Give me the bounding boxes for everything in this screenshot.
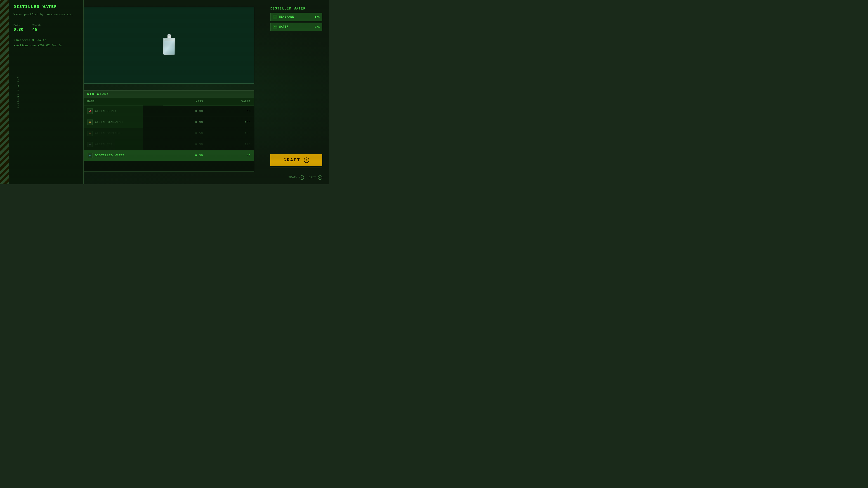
directory-panel: DIRECTORY NAME MASS VALUE 🥩ALIEN JERKY0.… bbox=[84, 90, 254, 172]
item-icon: 🥩 bbox=[87, 108, 93, 114]
track-label: TRACK bbox=[288, 176, 298, 179]
item-preview bbox=[84, 7, 254, 84]
col-mass: MASS bbox=[163, 98, 206, 106]
item-mass: 0.30 bbox=[163, 150, 206, 161]
col-name: NAME bbox=[84, 98, 143, 106]
item-icon: 🥪 bbox=[87, 120, 93, 125]
exit-key: B bbox=[318, 175, 322, 180]
item-mass: 0.30 bbox=[163, 117, 206, 128]
svg-rect-1 bbox=[168, 34, 170, 36]
item-value: 185 bbox=[206, 128, 254, 139]
table-row[interactable]: 💧DISTILLED WATER0.3045 bbox=[84, 150, 254, 161]
track-key: X bbox=[300, 175, 304, 180]
stats-row: MASS 0.30 VALUE 45 bbox=[13, 24, 79, 32]
table-row[interactable]: 🥚ALIEN SCRAMBLE0.50185 bbox=[84, 128, 254, 139]
track-button[interactable]: TRACK X bbox=[288, 175, 304, 180]
effect-2: Actions use -20% O2 for 3m bbox=[13, 44, 79, 47]
item-name: ALIEN JERKY bbox=[95, 109, 117, 113]
hazard-bar bbox=[0, 0, 9, 184]
value-stat: VALUE 45 bbox=[32, 24, 41, 32]
item-icon: 💧 bbox=[87, 153, 93, 158]
item-value: 50 bbox=[206, 106, 254, 117]
mass-value: 0.30 bbox=[13, 27, 23, 32]
ingredient-row-0: ▪▪ MEMBRANE 1/1 bbox=[270, 13, 322, 21]
value-label: VALUE bbox=[32, 24, 41, 26]
item-name: ALIEN TEA bbox=[95, 143, 113, 146]
exit-label: EXIT bbox=[309, 176, 316, 179]
value-value: 45 bbox=[32, 27, 41, 32]
ingredient-name-1: WATER bbox=[279, 25, 315, 29]
item-mass: 0.50 bbox=[163, 128, 206, 139]
ingredient-count-0: 1/1 bbox=[315, 15, 320, 19]
item-value: 45 bbox=[206, 150, 254, 161]
item-preview-image bbox=[161, 34, 177, 57]
item-icon: 🥚 bbox=[87, 131, 93, 136]
item-name: DISTILLED WATER bbox=[95, 154, 125, 157]
item-value: 105 bbox=[206, 139, 254, 150]
right-panel: DISTILLED WATER ▪▪ MEMBRANE 1/1 H₂O WATE… bbox=[270, 7, 322, 33]
item-value: 155 bbox=[206, 117, 254, 128]
mass-stat: MASS 0.30 bbox=[13, 24, 23, 32]
exit-button[interactable]: EXIT B bbox=[309, 175, 322, 180]
directory-header: DIRECTORY bbox=[84, 91, 254, 98]
ingredient-icon-1: H₂O bbox=[273, 25, 277, 29]
item-description: Water purified by reverse osmosis. bbox=[13, 12, 79, 17]
bottom-buttons: TRACK X EXIT B bbox=[288, 175, 322, 180]
effect-1: Restores 3 Health bbox=[13, 39, 79, 42]
left-panel: DISTILLED WATER Water purified by revers… bbox=[9, 0, 84, 184]
item-mass: 0.30 bbox=[163, 106, 206, 117]
ingredient-count-1: 2/1 bbox=[315, 25, 320, 29]
col-value: VALUE bbox=[206, 98, 254, 106]
table-row[interactable]: 🍵ALIEN TEA0.30105 bbox=[84, 139, 254, 150]
table-row[interactable]: 🥪ALIEN SANDWICH0.30155 bbox=[84, 117, 254, 128]
item-name: ALIEN SCRAMBLE bbox=[95, 132, 123, 135]
item-icon: 🍵 bbox=[87, 142, 93, 147]
mass-label: MASS bbox=[13, 24, 23, 26]
effects-list: Restores 3 Health Actions use -20% O2 fo… bbox=[13, 39, 79, 47]
item-mass: 0.30 bbox=[163, 139, 206, 150]
right-panel-title: DISTILLED WATER bbox=[270, 7, 322, 10]
table-row[interactable]: 🥩ALIEN JERKY0.3050 bbox=[84, 106, 254, 117]
ingredient-name-0: MEMBRANE bbox=[279, 15, 315, 19]
ingredient-icon-0: ▪▪ bbox=[273, 15, 277, 19]
item-name: ALIEN SANDWICH bbox=[95, 121, 123, 124]
item-title: DISTILLED WATER bbox=[13, 4, 79, 9]
station-label: COOKING STATION bbox=[17, 76, 20, 108]
table-header-row: NAME MASS VALUE bbox=[84, 98, 254, 106]
directory-table: NAME MASS VALUE 🥩ALIEN JERKY0.3050🥪ALIEN… bbox=[84, 98, 254, 161]
ingredient-row-1: H₂O WATER 2/1 bbox=[270, 23, 322, 31]
